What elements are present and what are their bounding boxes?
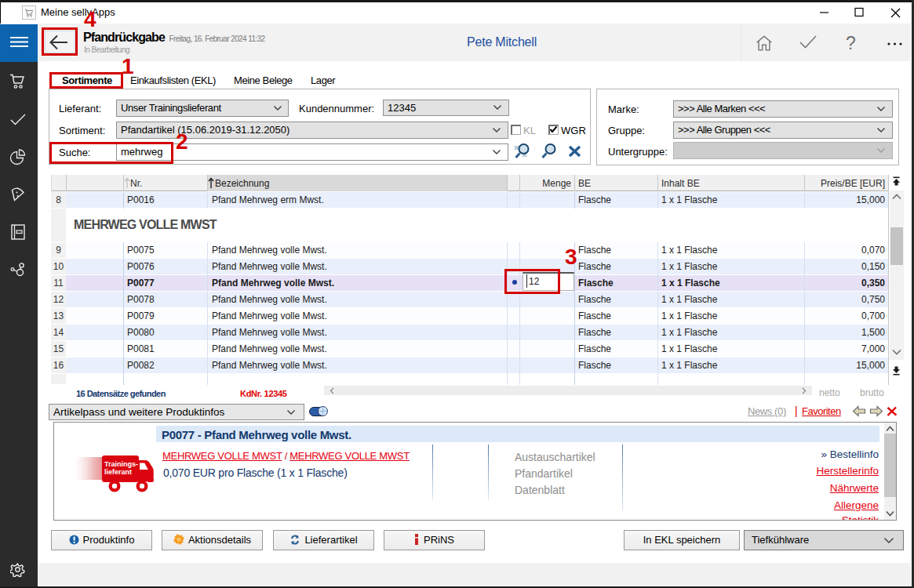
svg-text:Trainings-: Trainings- <box>104 460 138 468</box>
svg-text:lieferant: lieferant <box>104 468 132 476</box>
